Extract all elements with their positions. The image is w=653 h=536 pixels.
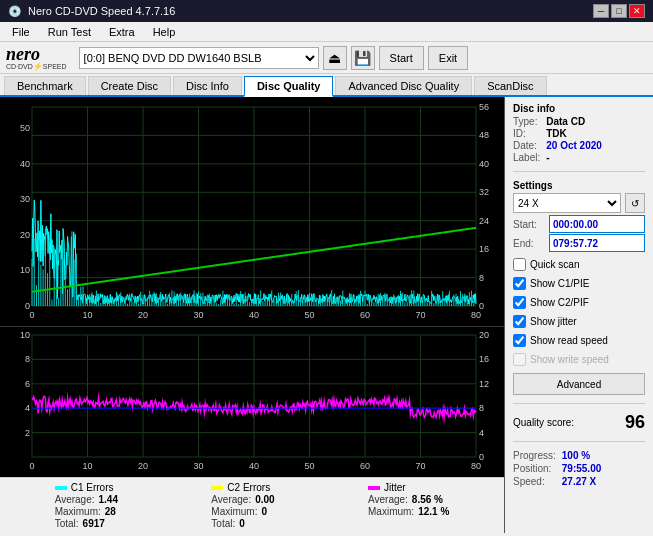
nero-logo: nero CD·DVD⚡SPEED [6,45,67,71]
c1-total-value: 6917 [83,518,105,529]
show-jitter-label: Show jitter [530,316,577,327]
show-read-speed-checkbox[interactable] [513,334,526,347]
side-panel: Disc info Type: Data CD ID: TDK Date: 20… [505,97,653,533]
minimize-button[interactable]: ─ [593,4,609,18]
close-button[interactable]: ✕ [629,4,645,18]
disc-label-label: Label: [513,152,540,163]
quick-scan-checkbox[interactable] [513,258,526,271]
disc-info-section: Disc info Type: Data CD ID: TDK Date: 20… [513,103,645,163]
maximize-button[interactable]: □ [611,4,627,18]
settings-refresh-btn[interactable]: ↺ [625,193,645,213]
show-write-speed-checkbox[interactable] [513,353,526,366]
top-chart-canvas [0,97,504,326]
end-value: 079:57.72 [549,234,645,252]
c2-max-value: 0 [261,506,267,517]
c1-max-label: Maximum: [55,506,101,517]
show-c1pie-label: Show C1/PIE [530,278,589,289]
exit-button[interactable]: Exit [428,46,468,70]
tab-bar: Benchmark Create Disc Disc Info Disc Qua… [0,74,653,97]
show-c2pif-checkbox[interactable] [513,296,526,309]
jitter-max-label: Maximum: [368,506,414,517]
title-bar: 💿 Nero CD-DVD Speed 4.7.7.16 ─ □ ✕ [0,0,653,22]
chart-area: C1 Errors Average: 1.44 Maximum: 28 Tota… [0,97,505,533]
bottom-chart-canvas [0,327,504,477]
c2-avg-value: 0.00 [255,494,274,505]
legend: C1 Errors Average: 1.44 Maximum: 28 Tota… [0,477,504,533]
jitter-avg-value: 8.56 % [412,494,443,505]
disc-info-title: Disc info [513,103,645,114]
toolbar: nero CD·DVD⚡SPEED [0:0] BENQ DVD DD DW16… [0,42,653,74]
show-read-speed-row: Show read speed [513,334,645,347]
c1-avg-label: Average: [55,494,95,505]
quality-score-row: Quality score: 96 [513,412,645,433]
eject-button[interactable]: ⏏ [323,46,347,70]
bottom-chart [0,327,504,477]
progress-label: Progress: [513,450,556,461]
c2-label: C2 Errors [227,482,270,493]
top-chart [0,97,504,327]
tab-benchmark[interactable]: Benchmark [4,76,86,95]
date-label: Date: [513,140,540,151]
show-c1pie-row: Show C1/PIE [513,277,645,290]
tab-create-disc[interactable]: Create Disc [88,76,171,95]
speed-value: 27.27 X [562,476,645,487]
menu-bar: File Run Test Extra Help [0,22,653,42]
tab-disc-quality[interactable]: Disc Quality [244,76,334,97]
c2-total-label: Total: [211,518,235,529]
show-c2pif-label: Show C2/PIF [530,297,589,308]
progress-section: Progress: 100 % Position: 79:55.00 Speed… [513,450,645,487]
c1-max-value: 28 [105,506,116,517]
drive-select[interactable]: [0:0] BENQ DVD DD DW1640 BSLB [79,47,319,69]
legend-jitter: Jitter Average: 8.56 % Maximum: 12.1 % [368,482,449,529]
id-label: ID: [513,128,540,139]
show-write-speed-label: Show write speed [530,354,609,365]
menu-run-test[interactable]: Run Test [40,24,99,40]
quality-score-label: Quality score: [513,417,574,428]
tab-disc-info[interactable]: Disc Info [173,76,242,95]
divider-2 [513,403,645,404]
tab-scan-disc[interactable]: ScanDisc [474,76,546,95]
c2-color [211,486,223,490]
menu-extra[interactable]: Extra [101,24,143,40]
id-value: TDK [546,128,645,139]
show-c2pif-row: Show C2/PIF [513,296,645,309]
show-write-speed-row: Show write speed [513,353,645,366]
c2-max-label: Maximum: [211,506,257,517]
quality-score-value: 96 [625,412,645,433]
date-value: 20 Oct 2020 [546,140,645,151]
legend-c1: C1 Errors Average: 1.44 Maximum: 28 Tota… [55,482,118,529]
c1-total-label: Total: [55,518,79,529]
speed-select[interactable]: 24 X [513,193,621,213]
c1-color [55,486,67,490]
c1-avg-value: 1.44 [99,494,118,505]
app-title: Nero CD-DVD Speed 4.7.7.16 [28,5,175,17]
quick-scan-label: Quick scan [530,259,579,270]
start-row: Start: 000:00.00 [513,215,645,233]
type-label: Type: [513,116,540,127]
app-icon: 💿 [8,5,22,18]
show-c1pie-checkbox[interactable] [513,277,526,290]
divider-1 [513,171,645,172]
jitter-max-value: 12.1 % [418,506,449,517]
tab-advanced-disc-quality[interactable]: Advanced Disc Quality [335,76,472,95]
menu-help[interactable]: Help [145,24,184,40]
speed-row: 24 X ↺ [513,193,645,213]
speed-label: Speed: [513,476,556,487]
show-read-speed-label: Show read speed [530,335,608,346]
start-value: 000:00.00 [549,215,645,233]
start-label: Start: [513,219,545,230]
settings-section: Settings 24 X ↺ Start: 000:00.00 End: 07… [513,180,645,253]
settings-title: Settings [513,180,645,191]
position-value: 79:55.00 [562,463,645,474]
position-label: Position: [513,463,556,474]
save-button[interactable]: 💾 [351,46,375,70]
end-label: End: [513,238,545,249]
menu-file[interactable]: File [4,24,38,40]
type-value: Data CD [546,116,645,127]
quick-scan-row: Quick scan [513,258,645,271]
advanced-button[interactable]: Advanced [513,373,645,395]
start-button[interactable]: Start [379,46,424,70]
jitter-label: Jitter [384,482,406,493]
show-jitter-checkbox[interactable] [513,315,526,328]
show-jitter-row: Show jitter [513,315,645,328]
